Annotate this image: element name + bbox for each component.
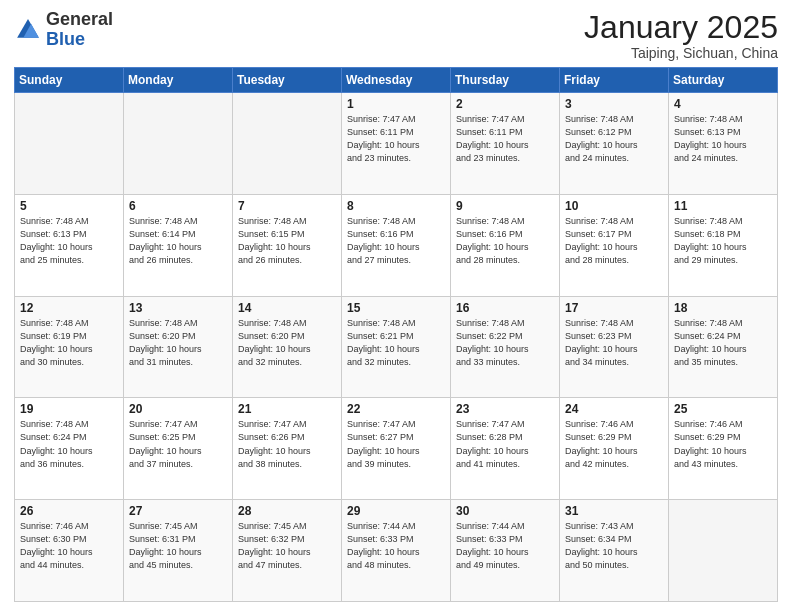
day-number: 16 (456, 301, 554, 315)
day-info: Sunrise: 7:46 AM Sunset: 6:30 PM Dayligh… (20, 520, 118, 572)
header-friday: Friday (560, 68, 669, 93)
week-row-1: 1Sunrise: 7:47 AM Sunset: 6:11 PM Daylig… (15, 93, 778, 195)
day-number: 7 (238, 199, 336, 213)
day-number: 12 (20, 301, 118, 315)
title-block: January 2025 Taiping, Sichuan, China (584, 10, 778, 61)
calendar-cell: 23Sunrise: 7:47 AM Sunset: 6:28 PM Dayli… (451, 398, 560, 500)
calendar-cell: 9Sunrise: 7:48 AM Sunset: 6:16 PM Daylig… (451, 194, 560, 296)
day-info: Sunrise: 7:44 AM Sunset: 6:33 PM Dayligh… (456, 520, 554, 572)
day-info: Sunrise: 7:48 AM Sunset: 6:22 PM Dayligh… (456, 317, 554, 369)
day-info: Sunrise: 7:45 AM Sunset: 6:31 PM Dayligh… (129, 520, 227, 572)
header-saturday: Saturday (669, 68, 778, 93)
calendar-cell: 22Sunrise: 7:47 AM Sunset: 6:27 PM Dayli… (342, 398, 451, 500)
day-info: Sunrise: 7:46 AM Sunset: 6:29 PM Dayligh… (674, 418, 772, 470)
day-number: 10 (565, 199, 663, 213)
calendar-cell: 31Sunrise: 7:43 AM Sunset: 6:34 PM Dayli… (560, 500, 669, 602)
calendar-cell (15, 93, 124, 195)
day-number: 26 (20, 504, 118, 518)
calendar-cell (124, 93, 233, 195)
day-number: 23 (456, 402, 554, 416)
calendar-cell: 18Sunrise: 7:48 AM Sunset: 6:24 PM Dayli… (669, 296, 778, 398)
week-row-3: 12Sunrise: 7:48 AM Sunset: 6:19 PM Dayli… (15, 296, 778, 398)
day-number: 29 (347, 504, 445, 518)
day-info: Sunrise: 7:48 AM Sunset: 6:19 PM Dayligh… (20, 317, 118, 369)
calendar-cell: 2Sunrise: 7:47 AM Sunset: 6:11 PM Daylig… (451, 93, 560, 195)
day-info: Sunrise: 7:48 AM Sunset: 6:24 PM Dayligh… (674, 317, 772, 369)
calendar-cell: 10Sunrise: 7:48 AM Sunset: 6:17 PM Dayli… (560, 194, 669, 296)
day-number: 30 (456, 504, 554, 518)
logo-icon (14, 16, 42, 44)
day-number: 19 (20, 402, 118, 416)
day-info: Sunrise: 7:48 AM Sunset: 6:24 PM Dayligh… (20, 418, 118, 470)
calendar-cell (669, 500, 778, 602)
calendar-cell: 1Sunrise: 7:47 AM Sunset: 6:11 PM Daylig… (342, 93, 451, 195)
calendar-cell: 17Sunrise: 7:48 AM Sunset: 6:23 PM Dayli… (560, 296, 669, 398)
header: General Blue January 2025 Taiping, Sichu… (14, 10, 778, 61)
calendar-cell: 4Sunrise: 7:48 AM Sunset: 6:13 PM Daylig… (669, 93, 778, 195)
week-row-2: 5Sunrise: 7:48 AM Sunset: 6:13 PM Daylig… (15, 194, 778, 296)
day-info: Sunrise: 7:46 AM Sunset: 6:29 PM Dayligh… (565, 418, 663, 470)
day-number: 21 (238, 402, 336, 416)
day-number: 25 (674, 402, 772, 416)
day-number: 2 (456, 97, 554, 111)
calendar-cell (233, 93, 342, 195)
day-info: Sunrise: 7:48 AM Sunset: 6:15 PM Dayligh… (238, 215, 336, 267)
day-number: 3 (565, 97, 663, 111)
calendar-cell: 7Sunrise: 7:48 AM Sunset: 6:15 PM Daylig… (233, 194, 342, 296)
day-number: 17 (565, 301, 663, 315)
calendar-cell: 5Sunrise: 7:48 AM Sunset: 6:13 PM Daylig… (15, 194, 124, 296)
header-tuesday: Tuesday (233, 68, 342, 93)
day-info: Sunrise: 7:48 AM Sunset: 6:17 PM Dayligh… (565, 215, 663, 267)
calendar-cell: 19Sunrise: 7:48 AM Sunset: 6:24 PM Dayli… (15, 398, 124, 500)
calendar-cell: 11Sunrise: 7:48 AM Sunset: 6:18 PM Dayli… (669, 194, 778, 296)
day-info: Sunrise: 7:45 AM Sunset: 6:32 PM Dayligh… (238, 520, 336, 572)
day-number: 24 (565, 402, 663, 416)
day-number: 28 (238, 504, 336, 518)
day-info: Sunrise: 7:48 AM Sunset: 6:13 PM Dayligh… (20, 215, 118, 267)
day-info: Sunrise: 7:47 AM Sunset: 6:26 PM Dayligh… (238, 418, 336, 470)
calendar-cell: 24Sunrise: 7:46 AM Sunset: 6:29 PM Dayli… (560, 398, 669, 500)
logo: General Blue (14, 10, 113, 50)
day-info: Sunrise: 7:47 AM Sunset: 6:11 PM Dayligh… (347, 113, 445, 165)
day-info: Sunrise: 7:48 AM Sunset: 6:16 PM Dayligh… (456, 215, 554, 267)
day-number: 9 (456, 199, 554, 213)
day-info: Sunrise: 7:47 AM Sunset: 6:28 PM Dayligh… (456, 418, 554, 470)
day-number: 13 (129, 301, 227, 315)
week-row-5: 26Sunrise: 7:46 AM Sunset: 6:30 PM Dayli… (15, 500, 778, 602)
day-number: 20 (129, 402, 227, 416)
day-number: 11 (674, 199, 772, 213)
header-monday: Monday (124, 68, 233, 93)
day-info: Sunrise: 7:48 AM Sunset: 6:21 PM Dayligh… (347, 317, 445, 369)
header-wednesday: Wednesday (342, 68, 451, 93)
day-info: Sunrise: 7:48 AM Sunset: 6:18 PM Dayligh… (674, 215, 772, 267)
calendar-cell: 28Sunrise: 7:45 AM Sunset: 6:32 PM Dayli… (233, 500, 342, 602)
day-number: 22 (347, 402, 445, 416)
calendar-cell: 6Sunrise: 7:48 AM Sunset: 6:14 PM Daylig… (124, 194, 233, 296)
calendar-cell: 3Sunrise: 7:48 AM Sunset: 6:12 PM Daylig… (560, 93, 669, 195)
day-info: Sunrise: 7:44 AM Sunset: 6:33 PM Dayligh… (347, 520, 445, 572)
calendar-cell: 16Sunrise: 7:48 AM Sunset: 6:22 PM Dayli… (451, 296, 560, 398)
day-info: Sunrise: 7:48 AM Sunset: 6:12 PM Dayligh… (565, 113, 663, 165)
calendar-cell: 26Sunrise: 7:46 AM Sunset: 6:30 PM Dayli… (15, 500, 124, 602)
day-number: 27 (129, 504, 227, 518)
header-sunday: Sunday (15, 68, 124, 93)
day-number: 1 (347, 97, 445, 111)
day-number: 4 (674, 97, 772, 111)
calendar-cell: 20Sunrise: 7:47 AM Sunset: 6:25 PM Dayli… (124, 398, 233, 500)
day-number: 18 (674, 301, 772, 315)
day-info: Sunrise: 7:43 AM Sunset: 6:34 PM Dayligh… (565, 520, 663, 572)
calendar-subtitle: Taiping, Sichuan, China (584, 45, 778, 61)
calendar-cell: 13Sunrise: 7:48 AM Sunset: 6:20 PM Dayli… (124, 296, 233, 398)
calendar-cell: 30Sunrise: 7:44 AM Sunset: 6:33 PM Dayli… (451, 500, 560, 602)
day-number: 31 (565, 504, 663, 518)
day-number: 5 (20, 199, 118, 213)
calendar-cell: 14Sunrise: 7:48 AM Sunset: 6:20 PM Dayli… (233, 296, 342, 398)
day-info: Sunrise: 7:48 AM Sunset: 6:20 PM Dayligh… (129, 317, 227, 369)
calendar-cell: 29Sunrise: 7:44 AM Sunset: 6:33 PM Dayli… (342, 500, 451, 602)
day-number: 14 (238, 301, 336, 315)
calendar-title: January 2025 (584, 10, 778, 45)
calendar-cell: 27Sunrise: 7:45 AM Sunset: 6:31 PM Dayli… (124, 500, 233, 602)
day-info: Sunrise: 7:48 AM Sunset: 6:14 PM Dayligh… (129, 215, 227, 267)
day-info: Sunrise: 7:48 AM Sunset: 6:13 PM Dayligh… (674, 113, 772, 165)
day-info: Sunrise: 7:47 AM Sunset: 6:25 PM Dayligh… (129, 418, 227, 470)
